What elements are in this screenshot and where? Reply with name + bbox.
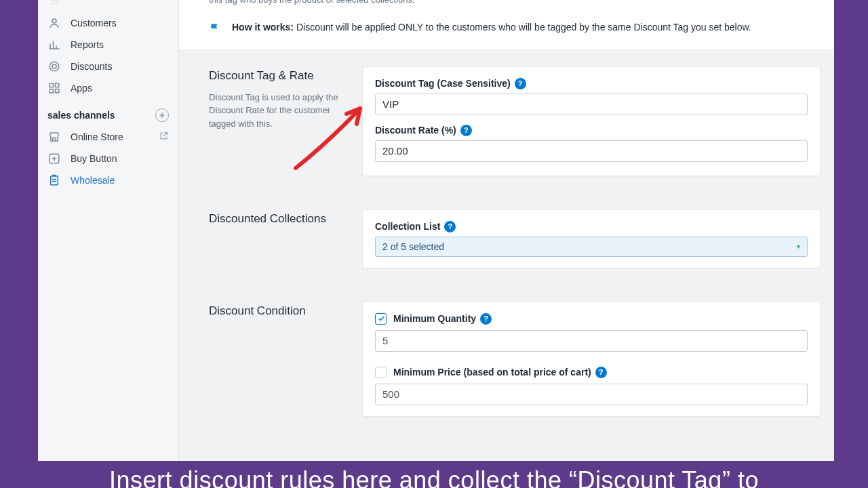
- help-icon[interactable]: ?: [595, 367, 607, 378]
- chevron-down-icon: ▾: [797, 243, 800, 250]
- grid-icon: [47, 81, 61, 95]
- min-price-checkbox[interactable]: [375, 367, 387, 378]
- sidebar: ▭ Customers Reports Discounts Apps: [38, 0, 179, 461]
- svg-point-2: [52, 64, 56, 68]
- svg-point-1: [50, 62, 59, 71]
- section-collections: Discounted Collections Collection List ?…: [179, 192, 834, 285]
- add-channel-button[interactable]: +: [155, 108, 169, 122]
- collection-list-label: Collection List: [375, 221, 440, 232]
- card-collections: Collection List ? 2 of 5 selected ▾: [362, 209, 821, 268]
- svg-rect-3: [50, 83, 53, 87]
- external-link-icon[interactable]: [159, 131, 169, 143]
- sidebar-section-channels: sales channels +: [38, 99, 178, 126]
- user-icon: [47, 16, 61, 30]
- hiw-text: Discount will be applied ONLY to the cus…: [296, 22, 751, 33]
- min-price-label: Minimum Price (based on total price of c…: [393, 367, 591, 378]
- svg-rect-6: [56, 89, 59, 93]
- min-qty-label: Minimum Quantity: [393, 313, 476, 324]
- sidebar-item-label: Apps: [71, 83, 92, 94]
- sidebar-item-label: Customers: [71, 18, 117, 28]
- tag-icon: ▭: [47, 0, 61, 8]
- discount-tag-input[interactable]: [375, 94, 808, 115]
- description-truncated: this tag who buys the product of selecte…: [209, 0, 804, 7]
- discount-tag-label: Discount Tag (Case Sensitive): [375, 78, 511, 89]
- card-condition: Minimum Quantity ? Minimum Price (based …: [362, 302, 821, 417]
- sidebar-item-label: Discounts: [71, 61, 112, 72]
- sidebar-item-label: Wholesale: [71, 175, 115, 186]
- plus-square-icon: [47, 152, 61, 165]
- section-label: sales channels: [47, 110, 115, 121]
- section-tag-rate: Discount Tag & Rate Discount Tag is used…: [179, 49, 834, 192]
- sidebar-item-label: Online Store: [71, 131, 123, 142]
- help-icon[interactable]: ?: [460, 125, 472, 136]
- slide-caption: Insert discount rules here and collect t…: [0, 466, 868, 488]
- svg-rect-4: [56, 83, 59, 87]
- sidebar-item-label: Buy Button: [71, 153, 117, 164]
- help-icon[interactable]: ?: [444, 221, 456, 232]
- how-it-works-row: How it works: Discount will be applied O…: [209, 22, 804, 37]
- section-title: Discount Tag & Rate: [209, 69, 342, 83]
- hiw-label: How it works:: [232, 22, 294, 33]
- svg-rect-5: [50, 89, 53, 93]
- chart-icon: [47, 38, 61, 52]
- collection-multiselect[interactable]: 2 of 5 selected ▾: [375, 237, 808, 257]
- help-icon[interactable]: ?: [515, 78, 526, 89]
- sidebar-item-apps[interactable]: Apps: [38, 77, 178, 99]
- sidebar-item-label: Reports: [71, 39, 104, 50]
- sidebar-item-wholesale[interactable]: Wholesale: [38, 169, 178, 191]
- discount-rate-input[interactable]: [375, 140, 808, 162]
- sidebar-item-customers[interactable]: Customers: [38, 12, 178, 34]
- section-help: Discount Tag is used to apply the Discou…: [209, 91, 342, 131]
- sidebar-item-reports[interactable]: Reports: [38, 34, 178, 56]
- svg-rect-8: [51, 176, 58, 185]
- clipboard-icon: [47, 174, 61, 187]
- multiselect-summary: 2 of 5 selected: [382, 241, 444, 252]
- min-qty-input[interactable]: [375, 330, 808, 352]
- sidebar-item-discounts[interactable]: Discounts: [38, 56, 178, 77]
- flag-icon: [209, 22, 222, 37]
- card-tag-rate: Discount Tag (Case Sensitive) ? Discount…: [362, 66, 821, 176]
- min-price-input[interactable]: [375, 384, 808, 405]
- sidebar-item-online-store[interactable]: Online Store: [38, 126, 178, 148]
- help-icon[interactable]: ?: [480, 313, 492, 325]
- tag-icon: [47, 60, 61, 73]
- min-qty-checkbox[interactable]: [375, 313, 387, 325]
- svg-point-0: [52, 19, 56, 23]
- discount-rate-label: Discount Rate (%): [375, 125, 456, 136]
- store-icon: [47, 130, 61, 144]
- main-panel: this tag who buys the product of selecte…: [179, 0, 834, 461]
- section-title: Discounted Collections: [209, 212, 342, 226]
- section-condition: Discount Condition Minimum Quantity ?: [179, 285, 834, 433]
- section-title: Discount Condition: [209, 304, 342, 318]
- sidebar-item-buy-button[interactable]: Buy Button: [38, 148, 178, 169]
- sidebar-item-products-cut[interactable]: ▭: [38, 0, 178, 12]
